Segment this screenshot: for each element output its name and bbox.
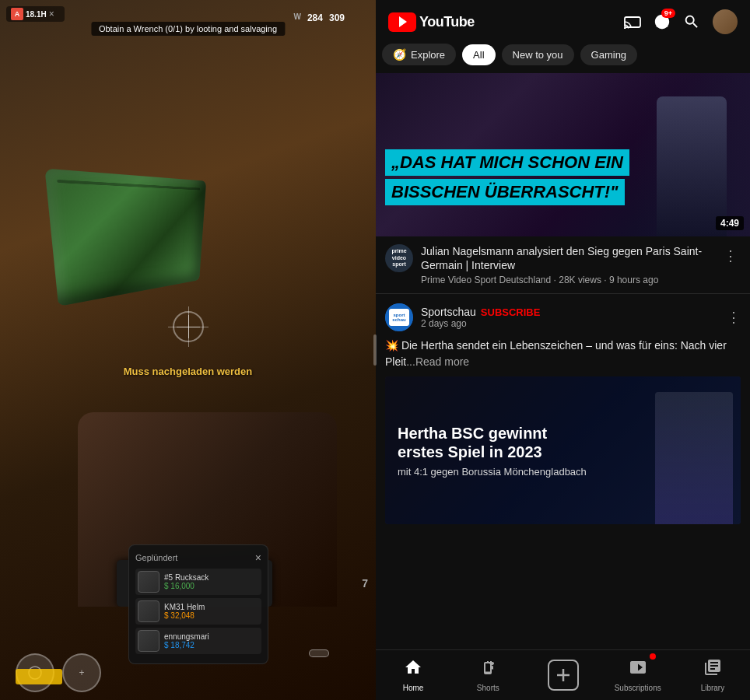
video-1-more-button[interactable]: ⋮ (720, 244, 741, 268)
svg-text:+: + (79, 667, 84, 678)
prime-video-avatar[interactable]: primevideosport (385, 244, 413, 272)
nav-subscriptions-label: Subscriptions (615, 684, 661, 692)
filter-all-label: All (473, 49, 484, 61)
video-1-channel: Prime Video Sport Deutschland (421, 275, 551, 285)
nav-shorts-label: Shorts (477, 684, 499, 692)
thumbnail-quote-line2: BISSCHEN ÜBERRASCHT!" (385, 179, 625, 205)
nav-library-label: Library (701, 684, 725, 692)
ammo-counter: 7 (362, 573, 368, 591)
filter-new-to-you-label: New to you (513, 49, 563, 61)
post-text: 💥 Die Hertha sendet ein Lebenszeichen – … (385, 338, 741, 370)
post-more-button[interactable]: ⋮ (727, 309, 741, 326)
thumbnail-quote: „DAS HAT MICH SCHON EIN BISSCHEN ÜBERRAS… (376, 149, 750, 205)
sportschau-channel-name: Sportschau (421, 306, 476, 318)
loot-item-3-value: $ 18,742 (164, 641, 259, 649)
explore-icon: 🧭 (393, 48, 406, 61)
shorts-icon (478, 658, 497, 681)
home-icon (404, 658, 422, 681)
loot-item-1-name: #5 Rucksack (164, 573, 259, 582)
loot-item-1[interactable]: #5 Rucksack $ 16,000 (135, 569, 261, 595)
hertha-person-shape (655, 392, 733, 524)
filter-chip-explore[interactable]: 🧭 Explore (382, 44, 456, 65)
youtube-header-icons: 9+ (624, 9, 738, 34)
youtube-header: YouTube 9+ (376, 0, 750, 40)
loot-title: Geplündert (135, 553, 177, 562)
hud-level: 18.1H (26, 10, 47, 19)
filter-gaming-label: Gaming (591, 49, 627, 61)
create-button[interactable] (548, 660, 579, 691)
youtube-panel: YouTube 9+ (376, 0, 750, 700)
search-button[interactable] (683, 13, 700, 30)
hud-close-icon[interactable]: × (49, 9, 60, 19)
loot-item-2-info: KM31 Helm $ 32,048 (164, 603, 259, 620)
notification-button[interactable]: 9+ (654, 13, 671, 30)
loot-item-1-value: $ 16,000 (164, 582, 259, 590)
subscriptions-icon (629, 658, 647, 681)
youtube-logo-text: YouTube (419, 14, 475, 30)
loot-item-3-info: ennungsmari $ 18,742 (164, 632, 259, 649)
loot-popup-header: Geplündert × (135, 551, 261, 564)
post-header: sportschau Sportschau SUBSCRIBE 2 days a… (385, 303, 741, 331)
video-1-meta: Julian Nagelsmann analysiert den Sieg ge… (421, 244, 713, 285)
scope-overlay (173, 311, 204, 342)
youtube-content[interactable]: „DAS HAT MICH SCHON EIN BISSCHEN ÜBERRAS… (376, 73, 750, 649)
filter-chip-new-to-you[interactable]: New to you (502, 44, 574, 65)
loot-item-2-icon (138, 600, 159, 622)
nav-item-home[interactable]: Home (376, 653, 450, 697)
prime-avatar-text: primevideosport (391, 248, 406, 268)
nav-item-shorts[interactable]: Shorts (450, 653, 525, 697)
video-1-views: 28K views (559, 275, 601, 285)
post-channel-row: Sportschau SUBSCRIBE (421, 306, 719, 318)
loot-item-2[interactable]: KM31 Helm $ 32,048 (135, 598, 261, 625)
loot-close-button[interactable]: × (255, 551, 261, 564)
loot-item-3-icon (138, 630, 159, 652)
user-avatar[interactable] (713, 9, 738, 34)
post-time: 2 days ago (421, 318, 719, 329)
stat-w-label: W (293, 12, 300, 23)
video-1-time: 9 hours ago (609, 275, 658, 285)
hertha-person (655, 392, 733, 524)
subscriptions-red-dot (650, 653, 656, 660)
sportschau-avatar[interactable]: sportschau (385, 303, 413, 331)
loot-item-1-icon (138, 571, 159, 593)
thumbnail-quote-line1: „DAS HAT MICH SCHON EIN (385, 149, 629, 176)
youtube-logo-icon (388, 12, 416, 32)
video-1-info: primevideosport Julian Nagelsmann analys… (376, 236, 750, 293)
video-1-title: Julian Nagelsmann analysiert den Sieg ge… (421, 244, 713, 272)
video-1-separator2: · (604, 275, 609, 285)
video-1-duration: 4:49 (716, 216, 744, 230)
video-1-thumbnail[interactable]: „DAS HAT MICH SCHON EIN BISSCHEN ÜBERRAS… (376, 73, 750, 236)
loot-item-3[interactable]: ennungsmari $ 18,742 (135, 628, 261, 654)
cast-button[interactable] (624, 15, 641, 29)
video-1-details: Prime Video Sport Deutschland · 28K view… (421, 275, 713, 285)
game-health-bar: A 18.1H × (6, 6, 65, 22)
aufhalten-button[interactable] (309, 649, 329, 657)
stat-w-value: 284 (307, 12, 323, 23)
youtube-logo: YouTube (388, 12, 618, 32)
read-more-button[interactable]: ...Read more (406, 355, 469, 368)
notification-badge: 9+ (661, 9, 675, 18)
filter-chips-bar: 🧭 Explore All New to you Gaming (376, 40, 750, 73)
reload-text: Muss nachgeladen werden (124, 366, 252, 377)
subscribe-button[interactable]: SUBSCRIBE (481, 306, 541, 318)
post-channel-info: Sportschau SUBSCRIBE 2 days ago (421, 306, 719, 329)
nav-item-library[interactable]: Library (675, 653, 750, 697)
hud-health-icon: A (11, 8, 23, 20)
filter-chip-gaming[interactable]: Gaming (580, 44, 638, 65)
library-icon (703, 658, 722, 681)
sportschau-post: sportschau Sportschau SUBSCRIBE 2 days a… (376, 293, 750, 530)
loot-item-1-info: #5 Rucksack $ 16,000 (164, 573, 259, 590)
nav-item-subscriptions[interactable]: Subscriptions (601, 653, 675, 697)
loot-item-2-name: KM31 Helm (164, 603, 259, 611)
panel-divider (373, 334, 377, 366)
weapon-icon (16, 669, 62, 684)
nav-item-create[interactable] (525, 655, 600, 695)
game-top-bar: A 18.1H × W 284 309 (0, 6, 376, 22)
game-objective-text: Obtain a Wrench (0/1) by looting and sal… (91, 22, 285, 36)
youtube-bottom-nav: Home Shorts (376, 649, 750, 700)
game-panel: A 18.1H × W 284 309 Obtain a Wrench (0/1… (0, 0, 376, 700)
filter-chip-all[interactable]: All (462, 44, 495, 65)
nav-home-label: Home (403, 684, 424, 692)
filter-explore-label: Explore (411, 49, 445, 61)
hertha-thumbnail[interactable]: Hertha BSC gewinnterstes Spiel in 2023 m… (385, 376, 741, 524)
